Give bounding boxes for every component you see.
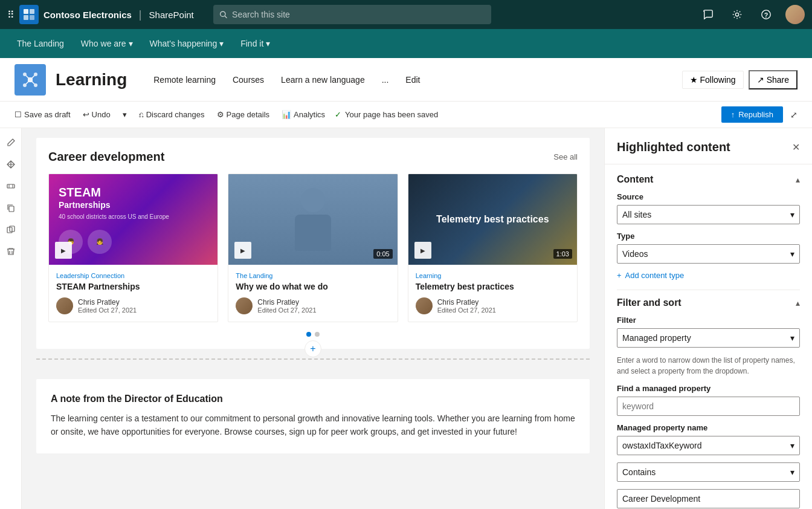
- move-icon: [6, 160, 16, 169]
- condition-dropdown[interactable]: Contains ▾: [617, 462, 800, 482]
- source-dropdown[interactable]: All sites ▾: [617, 205, 800, 224]
- panel-divider: [617, 290, 800, 290]
- filter-hint: Enter a word to narrow down the list of …: [617, 355, 800, 377]
- settings-icon: [732, 9, 743, 20]
- svg-line-15: [32, 76, 34, 78]
- republish-button[interactable]: ↑ Republish: [721, 106, 783, 123]
- nav-courses[interactable]: Courses: [225, 71, 271, 88]
- app-icon: [19, 5, 39, 24]
- page-details-button[interactable]: ⚙ Page details: [212, 108, 275, 122]
- pagination-dot-1[interactable]: [306, 332, 311, 337]
- type-label: Type: [617, 232, 800, 241]
- save-draft-button[interactable]: ☐ Save as draft: [10, 108, 76, 122]
- sitenav-item-landing[interactable]: The Landing: [10, 35, 71, 52]
- filter-value-input[interactable]: [617, 489, 800, 508]
- analytics-button[interactable]: 📊 Analytics: [277, 108, 330, 122]
- share-button[interactable]: ↗ Share: [749, 70, 798, 89]
- discard-button[interactable]: ⎌ Discard changes: [134, 108, 210, 122]
- svg-text:?: ?: [764, 11, 768, 19]
- type-dropdown[interactable]: Videos ▾: [617, 244, 800, 264]
- chevron-down-icon: ▾: [266, 39, 270, 48]
- nav-language[interactable]: Learn a new language: [274, 71, 372, 88]
- sharepoint-label: SharePoint: [149, 10, 194, 20]
- copy-icon-btn[interactable]: [1, 198, 21, 218]
- find-managed-property-label: Find a managed property: [617, 384, 800, 393]
- brand-name: Contoso Electronics: [44, 10, 132, 20]
- author-avatar-1: [236, 297, 253, 314]
- video-card-1[interactable]: ▶ 0:05 The Landing Why we do what we do …: [228, 173, 398, 322]
- pagination-dot-2[interactable]: [315, 332, 320, 337]
- edit-icon-btn[interactable]: [1, 133, 21, 152]
- help-icon-btn[interactable]: ?: [756, 5, 776, 24]
- duplicate-icon-btn[interactable]: [1, 220, 21, 239]
- source-label: Source: [617, 192, 800, 201]
- svg-line-5: [225, 16, 227, 18]
- sitenav-item-findit[interactable]: Find it ▾: [233, 35, 277, 52]
- author-name-1: Chris Pratley: [257, 298, 316, 306]
- chat-icon-btn[interactable]: [698, 5, 718, 24]
- chevron-up-icon: ▴: [796, 298, 800, 308]
- brand-area: Contoso Electronics | SharePoint: [19, 5, 194, 24]
- author-name-2: Chris Pratley: [437, 298, 496, 306]
- filter-label: Filter: [617, 316, 800, 325]
- svg-rect-9: [28, 77, 33, 82]
- play-button-2[interactable]: ▶: [414, 242, 431, 259]
- add-block-button[interactable]: +: [304, 340, 321, 357]
- nav-edit[interactable]: Edit: [398, 71, 427, 88]
- video-title-1: Why we do what we do: [236, 282, 390, 291]
- undo-button[interactable]: ↩ Undo: [78, 108, 115, 122]
- video-thumb-1: ▶ 0:05: [228, 174, 397, 265]
- sitenav-item-happening[interactable]: What's happening ▾: [143, 35, 231, 52]
- video-thumb-2: Telemetry best practices ▶ 1:03: [408, 174, 577, 265]
- page-header: Learning Remote learning Courses Learn a…: [0, 58, 812, 102]
- prop-name-dropdown[interactable]: owstaxIdTaxKeyword ▾: [617, 436, 800, 455]
- sitenav-item-who[interactable]: Who we are ▾: [74, 35, 140, 52]
- settings-icon-btn[interactable]: [727, 5, 747, 24]
- move-icon-btn[interactable]: [1, 155, 21, 174]
- svg-rect-18: [7, 184, 14, 188]
- play-button-0[interactable]: ▶: [55, 242, 72, 259]
- waffle-icon[interactable]: ⠿: [7, 9, 14, 21]
- undo-dropdown[interactable]: ▾: [118, 108, 132, 122]
- panel-body: Content ▴ Source All sites ▾ Type Videos…: [605, 164, 812, 509]
- svg-rect-3: [30, 15, 34, 20]
- right-panel: Highlighted content ✕ Content ▴ Source A…: [604, 128, 812, 509]
- add-content-type-button[interactable]: + Add content type: [617, 271, 800, 280]
- author-name-0: Chris Pratley: [78, 298, 137, 306]
- video-card-2[interactable]: Telemetry best practices ▶ 1:03 Learning…: [408, 173, 578, 322]
- svg-point-6: [735, 13, 738, 16]
- chevron-down-icon: ▾: [790, 210, 794, 219]
- video-tag-1: The Landing: [236, 272, 390, 279]
- see-all-link[interactable]: See all: [553, 152, 578, 161]
- avatar[interactable]: [785, 5, 805, 24]
- close-button[interactable]: ✕: [792, 141, 800, 153]
- video-tag-0: Leadership Connection: [56, 272, 210, 279]
- career-development-section: Career development See all STEAM Partner…: [36, 138, 590, 349]
- site-navigation: The Landing Who we are ▾ What's happenin…: [0, 29, 812, 58]
- author-edited-2: Edited Oct 27, 2021: [437, 306, 496, 314]
- nav-more[interactable]: ...: [375, 71, 396, 88]
- chevron-down-icon: ▾: [790, 249, 794, 259]
- discard-icon: ⎌: [139, 110, 144, 119]
- author-edited-1: Edited Oct 27, 2021: [257, 306, 316, 314]
- expand-button[interactable]: ⤢: [785, 108, 802, 122]
- plus-icon: +: [617, 271, 622, 280]
- nav-remote-learning[interactable]: Remote learning: [146, 71, 223, 88]
- author-avatar-2: [416, 297, 433, 314]
- content-area: Career development See all STEAM Partner…: [22, 128, 604, 509]
- video-card-0[interactable]: STEAM Partnerships 40 school districts a…: [48, 173, 218, 322]
- author-avatar-0: [56, 297, 73, 314]
- play-button-1[interactable]: ▶: [234, 242, 251, 259]
- search-bar[interactable]: [213, 5, 491, 24]
- text-body: The learning center is a testament to ou…: [51, 412, 575, 439]
- video-author-1: Chris Pratley Edited Oct 27, 2021: [236, 297, 390, 314]
- pencil-icon: [6, 138, 16, 148]
- resize-icon-btn[interactable]: [1, 177, 21, 196]
- find-managed-property-input[interactable]: [617, 397, 800, 416]
- delete-icon-btn[interactable]: [1, 242, 21, 261]
- following-button[interactable]: ★ Following: [682, 71, 744, 89]
- search-input[interactable]: [232, 10, 485, 19]
- video-author-2: Chris Pratley Edited Oct 27, 2021: [416, 297, 570, 314]
- filter-dropdown[interactable]: Managed property ▾: [617, 328, 800, 348]
- delete-icon: [6, 247, 16, 256]
